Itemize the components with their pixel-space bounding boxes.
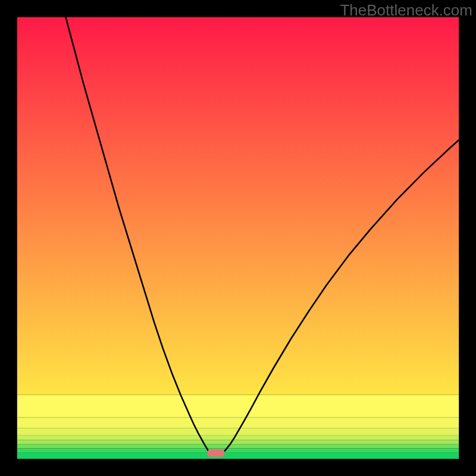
watermark-text: TheBottleneck.com [340, 1, 472, 20]
gradient-band [17, 435, 459, 440]
bottleneck-chart: TheBottleneck.com [0, 0, 476, 476]
gradient-band [17, 452, 459, 459]
chart-canvas [0, 0, 476, 476]
gradient-band [17, 417, 459, 428]
bottleneck-marker [207, 449, 225, 457]
plot-area [17, 17, 459, 459]
gradient-band [17, 444, 459, 449]
gradient-band [17, 395, 459, 418]
gradient-band [17, 440, 459, 444]
gradient-band [17, 17, 459, 395]
gradient-band [17, 448, 459, 452]
